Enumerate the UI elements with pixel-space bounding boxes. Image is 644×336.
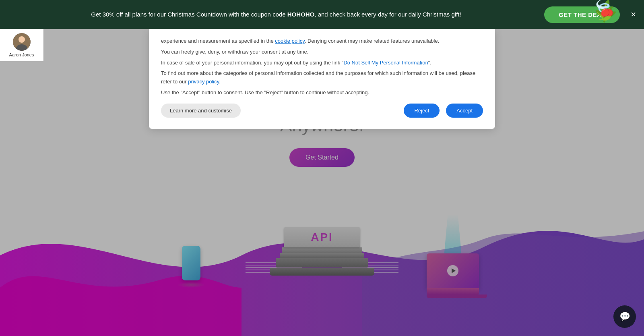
chat-widget[interactable]: 💬: [613, 305, 636, 328]
top-banner: Get 30% off all plans for our Christmas …: [0, 0, 644, 29]
cookie-text-3: In case of sale of your personal informa…: [161, 59, 483, 67]
chat-icon: 💬: [619, 311, 630, 322]
avatar: [13, 33, 31, 51]
banner-coupon-code: HOHOHO: [287, 11, 315, 18]
cookie-dialog: experience and measurement as specified …: [149, 29, 495, 129]
banner-text-before: Get 30% off all plans for our Christmas …: [91, 11, 287, 18]
banner-text-after: , and check back every day for our daily…: [314, 11, 461, 18]
cookie-text-4: To find out more about the categories of…: [161, 69, 483, 86]
avatar-name: Aaron Jones: [9, 52, 34, 57]
svg-point-1: [19, 36, 25, 43]
privacy-policy-link[interactable]: privacy policy: [188, 79, 219, 85]
cookie-line1-end: . Denying consent may make related featu…: [305, 38, 440, 44]
cookie-line3-before: In case of sale of your personal informa…: [161, 60, 343, 66]
holly-decoration: 🍃 🔴 🔴: [572, 0, 620, 29]
cookie-line4-end: .: [219, 79, 221, 85]
cookie-line1-text: experience and measurement as specified …: [161, 38, 275, 44]
banner-close-button[interactable]: ×: [631, 10, 636, 19]
cookie-actions: Learn more and customise Reject Accept: [161, 104, 483, 118]
cookie-text-2: You can freely give, deny, or withdraw y…: [161, 48, 483, 56]
accept-button[interactable]: Accept: [446, 104, 483, 118]
cookie-text-5: Use the "Accept" button to consent. Use …: [161, 89, 483, 97]
main-content: Create, Dub and Personalise Videos Anywh…: [0, 29, 644, 336]
reject-button[interactable]: Reject: [404, 104, 440, 118]
do-not-sell-link[interactable]: Do Not Sell My Personal Information: [343, 60, 428, 66]
cookie-text-1: experience and measurement as specified …: [161, 37, 483, 46]
cookie-line3-end: ".: [428, 60, 431, 66]
cookie-policy-link[interactable]: cookie policy: [275, 38, 304, 44]
learn-more-button[interactable]: Learn more and customise: [161, 104, 241, 118]
banner-text: Get 30% off all plans for our Christmas …: [24, 10, 528, 19]
sidebar-avatar-area: Aaron Jones: [0, 29, 43, 61]
